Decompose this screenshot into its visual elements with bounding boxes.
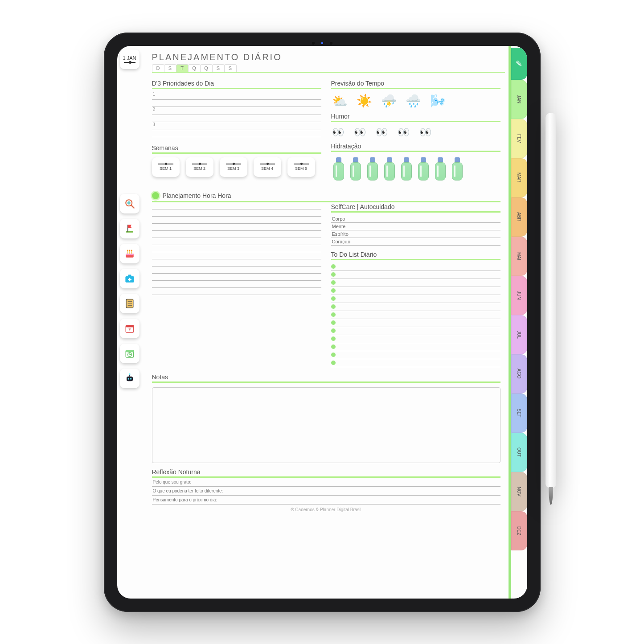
- rainy-icon[interactable]: 🌧️: [406, 94, 421, 108]
- todo-line[interactable]: [331, 327, 500, 335]
- notes-title: Notas: [152, 373, 500, 383]
- page-title: PLANEJAMENTO DIÁRIO: [152, 52, 505, 62]
- todo-line[interactable]: [331, 319, 500, 327]
- mood-icon[interactable]: 👀: [332, 127, 344, 138]
- month-tab-jan[interactable]: JAN: [511, 80, 527, 119]
- birthday-cake-icon[interactable]: [120, 244, 139, 263]
- priority-subline[interactable]: [152, 100, 321, 107]
- week-chip[interactable]: SEM 1: [152, 157, 180, 177]
- priority-line[interactable]: 1: [152, 92, 321, 100]
- reflection-prompt[interactable]: Pelo que sou grato:: [152, 478, 500, 487]
- month-tab-jul[interactable]: JUL: [511, 315, 527, 354]
- water-bottle-icon[interactable]: [400, 157, 413, 180]
- week-chip[interactable]: SEM 3: [220, 157, 247, 177]
- month-tab-mar[interactable]: MAR: [511, 158, 527, 197]
- weekday-tab[interactable]: Q: [188, 64, 201, 72]
- reflection-prompt[interactable]: O que eu poderia ter feito diferente:: [152, 487, 500, 496]
- weekday-tab[interactable]: S: [164, 64, 176, 72]
- water-bottle-icon[interactable]: [383, 157, 396, 180]
- priority-subline[interactable]: [152, 115, 321, 122]
- month-tab-mai[interactable]: MAI: [511, 237, 527, 276]
- goal-flag-icon[interactable]: [120, 219, 139, 238]
- checklist-icon[interactable]: [120, 294, 139, 313]
- water-bottle-icon[interactable]: [349, 157, 362, 180]
- water-bottle-icon[interactable]: [417, 157, 430, 180]
- robot-icon[interactable]: [120, 369, 139, 388]
- todo-line[interactable]: [331, 311, 500, 319]
- svg-point-29: [127, 378, 129, 380]
- mood-icon[interactable]: 👀: [419, 127, 431, 138]
- todo-line[interactable]: [331, 303, 500, 311]
- month-tab-nov[interactable]: NOV: [511, 472, 527, 511]
- weekday-tab[interactable]: S: [212, 64, 225, 72]
- mood-icon[interactable]: 👀: [398, 127, 410, 138]
- water-bottle-icon[interactable]: [366, 157, 379, 180]
- hour-line[interactable]: [152, 288, 321, 295]
- selfcare-line[interactable]: Coração: [331, 238, 500, 246]
- todo-line[interactable]: [331, 351, 500, 359]
- hour-line[interactable]: [152, 217, 321, 224]
- screen: 1 JAN PLANEJAMENTO DIÁRIO DSTQQSS D'3 Pr…: [117, 46, 527, 599]
- hour-lines-left[interactable]: [152, 202, 321, 367]
- todo-line[interactable]: [331, 359, 500, 367]
- water-bottle-icon[interactable]: [332, 157, 345, 180]
- calendar-timer-icon[interactable]: [120, 319, 139, 338]
- svg-rect-28: [127, 376, 133, 381]
- todo-line[interactable]: [331, 295, 500, 303]
- todo-line[interactable]: [331, 263, 500, 271]
- calendar-clock-icon[interactable]: [120, 344, 139, 363]
- week-chip[interactable]: SEM 2: [186, 157, 213, 177]
- todo-bullet-icon: [331, 353, 336, 357]
- todo-line[interactable]: [331, 287, 500, 295]
- month-tab-ago[interactable]: AGO: [511, 354, 527, 394]
- weekday-tab[interactable]: Q: [200, 64, 213, 72]
- hour-line[interactable]: [152, 202, 321, 209]
- stormy-icon[interactable]: ⛈️: [381, 94, 397, 108]
- week-chip[interactable]: SEM 5: [287, 157, 315, 177]
- search-food-icon[interactable]: [120, 194, 139, 213]
- priority-line[interactable]: 2: [152, 107, 321, 115]
- hour-line[interactable]: [152, 238, 321, 245]
- month-tab-fev[interactable]: FEV: [511, 119, 527, 158]
- hour-line[interactable]: [152, 224, 321, 231]
- weekday-tab[interactable]: S: [224, 64, 237, 72]
- priority-subline[interactable]: [152, 130, 321, 137]
- todo-line[interactable]: [331, 271, 500, 279]
- notes-area[interactable]: [152, 387, 500, 463]
- mood-icon[interactable]: 👀: [354, 127, 366, 138]
- todo-line[interactable]: [331, 343, 500, 351]
- hour-line[interactable]: [152, 252, 321, 259]
- weekday-tab[interactable]: D: [152, 64, 164, 72]
- partly-sunny-icon[interactable]: ⛅: [332, 94, 348, 108]
- week-chip[interactable]: SEM 4: [254, 157, 281, 177]
- windy-icon[interactable]: 🌬️: [430, 94, 446, 108]
- date-chip[interactable]: 1 JAN: [120, 49, 139, 69]
- priority-line[interactable]: 3: [152, 122, 321, 130]
- month-tab-dez[interactable]: DEZ: [511, 511, 527, 550]
- medical-kit-icon[interactable]: [120, 269, 139, 288]
- water-bottle-icon[interactable]: [434, 157, 447, 180]
- selfcare-line[interactable]: Mente: [331, 223, 500, 230]
- hour-line[interactable]: [152, 245, 321, 252]
- tab-index-icon[interactable]: ✎: [511, 48, 527, 80]
- month-tab-out[interactable]: OUT: [511, 433, 527, 472]
- reflection-title: Reflexão Noturna: [152, 468, 500, 478]
- hour-line[interactable]: [152, 209, 321, 217]
- hour-line[interactable]: [152, 259, 321, 267]
- reflection-prompt[interactable]: Pensamento para o próximo dia:: [152, 496, 500, 505]
- hour-line[interactable]: [152, 231, 321, 238]
- month-tab-abr[interactable]: ABR: [511, 197, 527, 237]
- todo-line[interactable]: [331, 279, 500, 287]
- todo-line[interactable]: [331, 335, 500, 343]
- hour-line[interactable]: [152, 267, 321, 274]
- month-tab-jun[interactable]: JUN: [511, 276, 527, 315]
- weekday-tab[interactable]: T: [176, 64, 189, 72]
- mood-icon[interactable]: 👀: [376, 127, 388, 138]
- hour-line[interactable]: [152, 274, 321, 281]
- selfcare-line[interactable]: Corpo: [331, 215, 500, 223]
- sunny-icon[interactable]: ☀️: [357, 94, 372, 108]
- hour-line[interactable]: [152, 281, 321, 288]
- selfcare-line[interactable]: Espírito: [331, 230, 500, 238]
- water-bottle-icon[interactable]: [451, 157, 464, 180]
- month-tab-set[interactable]: SET: [511, 394, 527, 433]
